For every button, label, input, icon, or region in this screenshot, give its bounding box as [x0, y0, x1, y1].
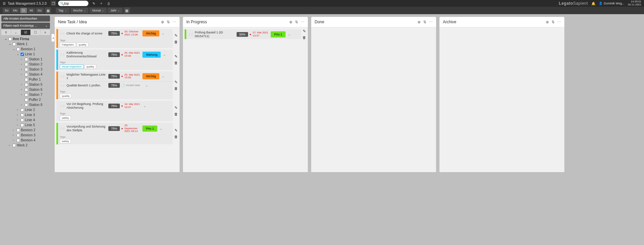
node-checkbox[interactable]: [25, 78, 28, 81]
column-body[interactable]: [439, 27, 564, 172]
tree-node[interactable]: ›Linie 2: [1, 107, 50, 112]
drag-handle-icon[interactable]: ⋮⋮: [60, 104, 65, 107]
task-card[interactable]: ⋮⋮Prüfung Bauteil 1 (ID 08154711)50%●27.…: [185, 29, 301, 39]
caret-icon[interactable]: ›: [21, 73, 24, 76]
node-search[interactable]: Alle Knoten durchsuchen: [1, 16, 50, 22]
caret-icon[interactable]: ⌄: [17, 53, 20, 56]
node-checkbox[interactable]: [25, 68, 28, 71]
chevron-down-icon[interactable]: ⌄: [161, 32, 165, 35]
edit-icon[interactable]: ✎: [174, 33, 178, 38]
node-checkbox[interactable]: [17, 134, 20, 137]
edit-icon[interactable]: ✎: [91, 1, 97, 6]
search-box[interactable]: 🔍: [58, 1, 88, 6]
node-checkbox[interactable]: [17, 48, 20, 51]
weekday-so[interactable]: So: [3, 8, 10, 13]
caret-icon[interactable]: ›: [21, 63, 24, 66]
weekday-mi[interactable]: Mi: [28, 8, 35, 13]
caret-icon[interactable]: ›: [13, 134, 16, 137]
sidebar-collapse-handle[interactable]: ◂: [51, 34, 55, 42]
more-icon[interactable]: ⋯: [557, 20, 561, 24]
caret-icon[interactable]: ›: [17, 118, 20, 121]
drag-handle-icon[interactable]: ⋮⋮: [60, 127, 65, 130]
add-card-icon[interactable]: ⊕: [418, 20, 421, 24]
chevron-down-icon[interactable]: ⌄: [161, 75, 165, 78]
caret-icon[interactable]: ›: [21, 68, 24, 71]
node-checkbox[interactable]: [8, 37, 12, 41]
caret-icon[interactable]: ›: [13, 139, 16, 142]
tree-node[interactable]: ⌄Ihre Firma: [1, 36, 50, 42]
caret-icon[interactable]: ›: [21, 58, 24, 61]
user-menu[interactable]: 👤 Dominik Weg...: [599, 2, 624, 5]
caret-icon[interactable]: ⌄: [13, 48, 16, 51]
tree-node[interactable]: ⌄Werk 1: [1, 42, 50, 47]
expand-icon[interactable]: ⌄: [11, 30, 21, 35]
menu-icon[interactable]: ☰: [3, 2, 6, 5]
delete-icon[interactable]: 🗑: [174, 135, 178, 139]
edit-icon[interactable]: ✎: [302, 29, 306, 33]
tree-node[interactable]: ›Bereion 2: [1, 128, 50, 133]
tree-node[interactable]: ›Werk 2: [1, 143, 50, 148]
tree-node[interactable]: Puffer 2: [1, 97, 50, 102]
caret-icon[interactable]: ›: [21, 83, 24, 86]
caret-icon[interactable]: ›: [21, 88, 24, 91]
tree-node[interactable]: ⌄Bereion 1: [1, 47, 50, 52]
node-checkbox[interactable]: [25, 58, 28, 61]
drag-handle-icon[interactable]: ⋮⋮: [60, 53, 65, 56]
add-card-icon[interactable]: ⊕: [161, 20, 164, 24]
node-checkbox[interactable]: [25, 93, 28, 97]
timeframe-jahr[interactable]: Jahr⌄: [108, 8, 123, 13]
tree-node[interactable]: ›Station 1: [1, 57, 50, 62]
drag-handle-icon[interactable]: ⋮⋮: [60, 32, 65, 35]
collapse-icon[interactable]: ⇕: [1, 30, 11, 35]
tree-node[interactable]: ›Station 6: [1, 87, 50, 92]
drag-handle-icon[interactable]: ⋮⋮: [60, 75, 65, 78]
drag-handle-icon[interactable]: ⋮⋮: [188, 33, 193, 36]
tree-node[interactable]: ›Station 7: [1, 92, 50, 97]
add-icon[interactable]: ＋: [99, 1, 104, 6]
chevron-down-icon[interactable]: ⌄: [159, 127, 163, 130]
copy-icon[interactable]: ❐: [51, 1, 56, 6]
tag[interactable]: safety: [60, 116, 71, 120]
node-checkbox[interactable]: [12, 144, 16, 147]
delete-icon[interactable]: 🗑: [302, 35, 306, 39]
uncheck-all-icon[interactable]: ☐: [31, 30, 41, 35]
more-icon[interactable]: ⋯: [429, 20, 433, 24]
column-body[interactable]: [311, 27, 436, 172]
tree-node[interactable]: ›Station 3: [1, 67, 50, 72]
node-checkbox[interactable]: [17, 129, 20, 132]
edit-icon[interactable]: ✎: [174, 106, 178, 110]
chevron-down-icon[interactable]: ⌄: [287, 33, 292, 36]
node-checkbox[interactable]: [25, 63, 28, 66]
tree-node[interactable]: ›Station 5: [1, 82, 50, 87]
tag[interactable]: quality: [77, 43, 88, 47]
node-filter[interactable]: Filtern nach Knotentyp ...⌄: [1, 23, 50, 29]
tree-node[interactable]: ›Station 8: [1, 102, 50, 107]
timeframe-monat[interactable]: Monat⌄: [89, 8, 107, 13]
print-icon[interactable]: ⎙: [106, 1, 111, 6]
timeframe-woche[interactable]: Woche⌄: [71, 8, 89, 13]
delete-icon[interactable]: 🗑: [174, 61, 178, 65]
column-body[interactable]: ⋮⋮Prüfung Bauteil 1 (ID 08154711)50%●27.…: [183, 27, 308, 172]
node-checkbox[interactable]: [21, 53, 24, 56]
delete-icon[interactable]: 🗑: [174, 40, 178, 44]
edit-icon[interactable]: ✎: [174, 54, 178, 59]
task-card[interactable]: ⋮⋮Check the charge of screw75%●28. Oktob…: [56, 29, 173, 48]
tag[interactable]: quality: [60, 94, 72, 98]
tree-node[interactable]: ›Station 2: [1, 62, 50, 67]
node-checkbox[interactable]: [21, 113, 24, 117]
filter-icon[interactable]: ⇅: [423, 20, 426, 24]
tree-node[interactable]: ›Bereion 3: [1, 133, 50, 138]
weekday-mo[interactable]: Mo: [11, 8, 20, 13]
tag[interactable]: Fallgefahr: [60, 43, 76, 47]
node-checkbox[interactable]: [25, 98, 28, 102]
caret-icon[interactable]: ›: [21, 93, 24, 96]
filter-icon[interactable]: ⇅: [295, 20, 298, 24]
tree-node[interactable]: ›Linie 4: [1, 117, 50, 123]
task-card[interactable]: ⋮⋮Vorortprüfung und Sicherung des Stellp…: [56, 123, 173, 144]
node-checkbox[interactable]: [25, 88, 28, 91]
tree-node[interactable]: ›Linie 3: [1, 112, 50, 117]
node-checkbox[interactable]: [21, 108, 24, 112]
caret-icon[interactable]: ›: [17, 124, 20, 127]
weekday-do[interactable]: Do: [36, 8, 44, 13]
chevron-down-icon[interactable]: ⌄: [162, 53, 167, 56]
